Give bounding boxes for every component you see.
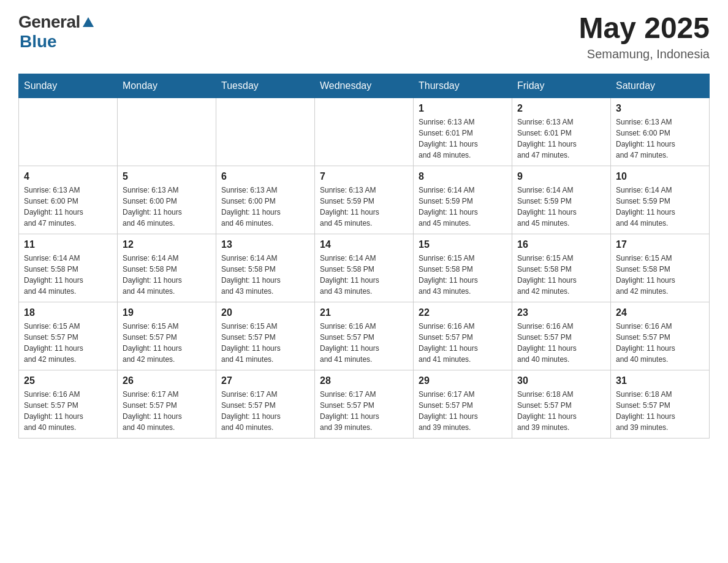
calendar-cell: 30Sunrise: 6:18 AM Sunset: 5:57 PM Dayli…: [512, 370, 611, 438]
calendar-cell: 31Sunrise: 6:18 AM Sunset: 5:57 PM Dayli…: [611, 370, 710, 438]
calendar-cell: 21Sunrise: 6:16 AM Sunset: 5:57 PM Dayli…: [315, 302, 414, 370]
weekday-header-row: SundayMondayTuesdayWednesdayThursdayFrid…: [19, 74, 710, 98]
calendar-cell: 19Sunrise: 6:15 AM Sunset: 5:57 PM Dayli…: [118, 302, 216, 370]
day-number: 8: [419, 171, 507, 182]
day-info: Sunrise: 6:16 AM Sunset: 5:57 PM Dayligh…: [24, 389, 112, 433]
calendar-cell: 24Sunrise: 6:16 AM Sunset: 5:57 PM Dayli…: [611, 302, 710, 370]
calendar-cell: 2Sunrise: 6:13 AM Sunset: 6:01 PM Daylig…: [512, 98, 611, 166]
calendar-cell: 15Sunrise: 6:15 AM Sunset: 5:58 PM Dayli…: [414, 234, 512, 302]
calendar-cell: 13Sunrise: 6:14 AM Sunset: 5:58 PM Dayli…: [216, 234, 315, 302]
day-info: Sunrise: 6:15 AM Sunset: 5:57 PM Dayligh…: [123, 321, 211, 365]
calendar-cell: 12Sunrise: 6:14 AM Sunset: 5:58 PM Dayli…: [118, 234, 216, 302]
day-info: Sunrise: 6:17 AM Sunset: 5:57 PM Dayligh…: [419, 389, 507, 433]
calendar-cell: 25Sunrise: 6:16 AM Sunset: 5:57 PM Dayli…: [19, 370, 118, 438]
day-number: 1: [419, 103, 507, 114]
day-info: Sunrise: 6:15 AM Sunset: 5:57 PM Dayligh…: [24, 321, 112, 365]
logo-blue-text: Blue: [20, 32, 57, 51]
day-info: Sunrise: 6:16 AM Sunset: 5:57 PM Dayligh…: [517, 321, 605, 365]
day-info: Sunrise: 6:13 AM Sunset: 6:01 PM Dayligh…: [419, 117, 507, 161]
calendar-cell: 18Sunrise: 6:15 AM Sunset: 5:57 PM Dayli…: [19, 302, 118, 370]
calendar-cell: 11Sunrise: 6:14 AM Sunset: 5:58 PM Dayli…: [19, 234, 118, 302]
calendar-cell: 23Sunrise: 6:16 AM Sunset: 5:57 PM Dayli…: [512, 302, 611, 370]
calendar-cell: [315, 98, 414, 166]
weekday-header-friday: Friday: [512, 74, 611, 98]
day-number: 23: [517, 307, 605, 318]
day-number: 7: [320, 171, 408, 182]
day-number: 16: [517, 239, 605, 250]
day-info: Sunrise: 6:14 AM Sunset: 5:59 PM Dayligh…: [517, 185, 605, 229]
day-number: 18: [24, 307, 112, 318]
day-number: 14: [320, 239, 408, 250]
day-info: Sunrise: 6:13 AM Sunset: 5:59 PM Dayligh…: [320, 185, 408, 229]
calendar-week-row: 1Sunrise: 6:13 AM Sunset: 6:01 PM Daylig…: [19, 98, 710, 166]
day-number: 13: [221, 239, 309, 250]
day-info: Sunrise: 6:13 AM Sunset: 6:00 PM Dayligh…: [221, 185, 309, 229]
calendar-week-row: 25Sunrise: 6:16 AM Sunset: 5:57 PM Dayli…: [19, 370, 710, 438]
day-number: 11: [24, 239, 112, 250]
calendar-cell: [118, 98, 216, 166]
day-number: 25: [24, 375, 112, 386]
calendar-cell: 9Sunrise: 6:14 AM Sunset: 5:59 PM Daylig…: [512, 166, 611, 234]
day-info: Sunrise: 6:16 AM Sunset: 5:57 PM Dayligh…: [419, 321, 507, 365]
svg-marker-0: [83, 17, 94, 27]
calendar-cell: 16Sunrise: 6:15 AM Sunset: 5:58 PM Dayli…: [512, 234, 611, 302]
day-number: 29: [419, 375, 507, 386]
day-info: Sunrise: 6:14 AM Sunset: 5:59 PM Dayligh…: [616, 185, 704, 229]
calendar-cell: 28Sunrise: 6:17 AM Sunset: 5:57 PM Dayli…: [315, 370, 414, 438]
calendar-cell: 29Sunrise: 6:17 AM Sunset: 5:57 PM Dayli…: [414, 370, 512, 438]
day-number: 22: [419, 307, 507, 318]
calendar-cell: 20Sunrise: 6:15 AM Sunset: 5:57 PM Dayli…: [216, 302, 315, 370]
day-info: Sunrise: 6:14 AM Sunset: 5:59 PM Dayligh…: [419, 185, 507, 229]
logo-general-text: General: [18, 12, 80, 32]
calendar-week-row: 18Sunrise: 6:15 AM Sunset: 5:57 PM Dayli…: [19, 302, 710, 370]
calendar-cell: 17Sunrise: 6:15 AM Sunset: 5:58 PM Dayli…: [611, 234, 710, 302]
day-number: 30: [517, 375, 605, 386]
calendar-cell: 26Sunrise: 6:17 AM Sunset: 5:57 PM Dayli…: [118, 370, 216, 438]
day-number: 4: [24, 171, 112, 182]
day-info: Sunrise: 6:13 AM Sunset: 6:00 PM Dayligh…: [24, 185, 112, 229]
weekday-header-wednesday: Wednesday: [315, 74, 414, 98]
weekday-header-tuesday: Tuesday: [216, 74, 315, 98]
month-year-title: May 2025: [579, 12, 710, 45]
day-number: 21: [320, 307, 408, 318]
day-info: Sunrise: 6:16 AM Sunset: 5:57 PM Dayligh…: [616, 321, 704, 365]
title-block: May 2025 Semamung, Indonesia: [579, 12, 710, 61]
day-info: Sunrise: 6:13 AM Sunset: 6:00 PM Dayligh…: [616, 117, 704, 161]
weekday-header-sunday: Sunday: [19, 74, 118, 98]
day-number: 3: [616, 103, 704, 114]
calendar-cell: 27Sunrise: 6:17 AM Sunset: 5:57 PM Dayli…: [216, 370, 315, 438]
logo: General Blue: [18, 12, 95, 52]
weekday-header-thursday: Thursday: [414, 74, 512, 98]
location-subtitle: Semamung, Indonesia: [579, 47, 710, 61]
calendar-cell: 22Sunrise: 6:16 AM Sunset: 5:57 PM Dayli…: [414, 302, 512, 370]
day-number: 12: [123, 239, 211, 250]
day-number: 27: [221, 375, 309, 386]
calendar-cell: 14Sunrise: 6:14 AM Sunset: 5:58 PM Dayli…: [315, 234, 414, 302]
calendar-cell: [19, 98, 118, 166]
calendar-cell: 10Sunrise: 6:14 AM Sunset: 5:59 PM Dayli…: [611, 166, 710, 234]
day-info: Sunrise: 6:13 AM Sunset: 6:01 PM Dayligh…: [517, 117, 605, 161]
calendar-week-row: 11Sunrise: 6:14 AM Sunset: 5:58 PM Dayli…: [19, 234, 710, 302]
day-number: 5: [123, 171, 211, 182]
day-number: 19: [123, 307, 211, 318]
calendar-cell: 3Sunrise: 6:13 AM Sunset: 6:00 PM Daylig…: [611, 98, 710, 166]
day-number: 26: [123, 375, 211, 386]
day-info: Sunrise: 6:18 AM Sunset: 5:57 PM Dayligh…: [517, 389, 605, 433]
weekday-header-monday: Monday: [118, 74, 216, 98]
day-info: Sunrise: 6:13 AM Sunset: 6:00 PM Dayligh…: [123, 185, 211, 229]
page-header: General Blue May 2025 Semamung, Indonesi…: [18, 12, 710, 61]
day-number: 6: [221, 171, 309, 182]
day-info: Sunrise: 6:17 AM Sunset: 5:57 PM Dayligh…: [320, 389, 408, 433]
day-info: Sunrise: 6:14 AM Sunset: 5:58 PM Dayligh…: [221, 253, 309, 297]
day-info: Sunrise: 6:17 AM Sunset: 5:57 PM Dayligh…: [123, 389, 211, 433]
day-number: 2: [517, 103, 605, 114]
day-info: Sunrise: 6:14 AM Sunset: 5:58 PM Dayligh…: [123, 253, 211, 297]
calendar-cell: [216, 98, 315, 166]
day-info: Sunrise: 6:14 AM Sunset: 5:58 PM Dayligh…: [24, 253, 112, 297]
calendar-table: SundayMondayTuesdayWednesdayThursdayFrid…: [18, 74, 710, 439]
day-info: Sunrise: 6:15 AM Sunset: 5:58 PM Dayligh…: [517, 253, 605, 297]
day-number: 10: [616, 171, 704, 182]
day-number: 17: [616, 239, 704, 250]
day-number: 9: [517, 171, 605, 182]
day-info: Sunrise: 6:16 AM Sunset: 5:57 PM Dayligh…: [320, 321, 408, 365]
